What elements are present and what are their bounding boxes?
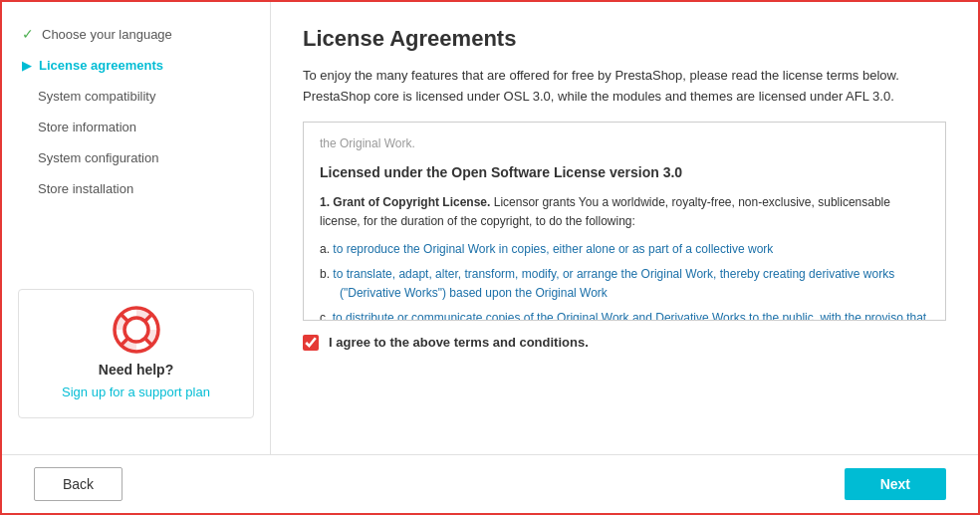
license-text-box[interactable]: the Original Work. Licensed under the Op…	[303, 122, 946, 321]
list-item: to reproduce the Original Work in copies…	[320, 240, 929, 259]
list-item: to distribute or communicate copies of t…	[320, 309, 929, 320]
sidebar-item-system-configuration-label: System configuration	[38, 150, 158, 165]
back-button[interactable]: Back	[34, 467, 122, 501]
content-area: License Agreements To enjoy the many fea…	[271, 2, 978, 454]
arrow-icon: ▶	[22, 59, 31, 73]
license-intro-text: the Original Work.	[320, 134, 929, 153]
license-grant-bold: 1. Grant of Copyright License.	[320, 195, 490, 209]
license-heading: Licensed under the Open Software License…	[320, 161, 929, 183]
sidebar-item-license-agreements-label: License agreements	[39, 58, 163, 73]
sidebar-item-choose-language-label: Choose your language	[42, 27, 172, 42]
next-button[interactable]: Next	[845, 468, 946, 500]
main-layout: ✓ Choose your language ▶ License agreeme…	[2, 2, 978, 454]
page-title: License Agreements	[303, 26, 946, 52]
agree-checkbox[interactable]	[303, 335, 319, 351]
help-title: Need help?	[35, 362, 237, 378]
content-description: To enjoy the many features that are offe…	[303, 66, 946, 108]
installer-window: ✓ Choose your language ▶ License agreeme…	[0, 0, 980, 515]
sidebar-item-store-information-label: Store information	[38, 120, 136, 134]
sidebar-item-store-information[interactable]: Store information	[2, 112, 270, 142]
sidebar-item-store-installation-label: Store installation	[38, 181, 133, 196]
sidebar-item-system-configuration[interactable]: System configuration	[2, 142, 270, 173]
license-list: to reproduce the Original Work in copies…	[320, 240, 929, 321]
list-item: to translate, adapt, alter, transform, m…	[320, 265, 929, 303]
agree-label[interactable]: I agree to the above terms and condition…	[329, 335, 589, 350]
sidebar-item-system-compatibility[interactable]: System compatibility	[2, 81, 270, 112]
sidebar-item-system-compatibility-label: System compatibility	[38, 89, 155, 104]
lifebuoy-icon	[113, 306, 160, 354]
agree-row: I agree to the above terms and condition…	[303, 335, 946, 351]
sidebar-item-choose-language[interactable]: ✓ Choose your language	[2, 18, 270, 50]
footer: Back Next	[2, 454, 978, 513]
sidebar: ✓ Choose your language ▶ License agreeme…	[2, 2, 271, 454]
check-icon: ✓	[22, 26, 34, 42]
license-paragraph: 1. Grant of Copyright License. Licensor …	[320, 193, 929, 231]
help-link[interactable]: Sign up for a support plan	[62, 385, 210, 399]
sidebar-item-store-installation[interactable]: Store installation	[2, 173, 270, 204]
sidebar-item-license-agreements[interactable]: ▶ License agreements	[2, 50, 270, 81]
help-box: Need help? Sign up for a support plan	[18, 289, 254, 418]
